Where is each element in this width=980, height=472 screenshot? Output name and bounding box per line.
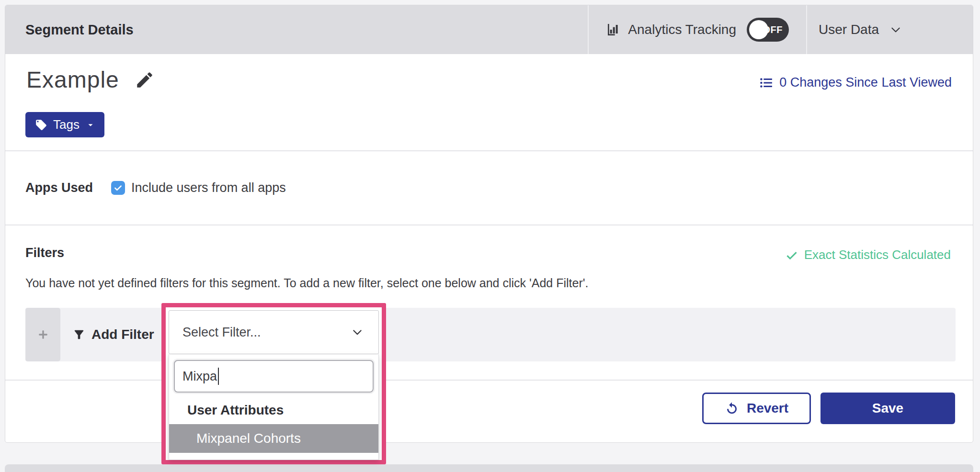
caret-down-icon (85, 120, 96, 130)
analytics-tracking-label: Analytics Tracking (628, 22, 736, 37)
save-button[interactable]: Save (820, 393, 955, 424)
filter-search-value: Mixpa (182, 369, 217, 384)
tags-button-label: Tags (53, 117, 80, 132)
plus-icon (37, 328, 49, 341)
add-filter-label: Add Filter (72, 308, 154, 361)
filter-search-input[interactable]: Mixpa (174, 360, 374, 393)
segment-name: Example (26, 67, 119, 93)
funnel-icon (72, 328, 86, 341)
dropdown-group-header: User Attributes (187, 403, 378, 418)
text-cursor (218, 368, 219, 385)
apps-used-section: Apps Used Include users from all apps (5, 150, 973, 225)
analytics-tracking-control: Analytics Tracking OFF (589, 5, 806, 54)
check-icon (785, 248, 798, 262)
changes-link-label: 0 Changes Since Last Viewed (779, 75, 952, 90)
changes-since-last-viewed-link[interactable]: 0 Changes Since Last Viewed (759, 75, 952, 90)
actions-section: Revert Save (5, 380, 973, 442)
exact-statistics-label: Exact Statistics Calculated (804, 247, 951, 262)
add-filter-plus-button[interactable] (25, 308, 60, 361)
select-filter-value: Select Filter... (182, 325, 261, 340)
include-all-apps-checkbox[interactable] (111, 181, 125, 195)
user-data-dropdown[interactable]: User Data (807, 5, 973, 54)
dropdown-option-mixpanel-cohorts[interactable]: Mixpanel Cohorts (169, 424, 378, 453)
toggle-knob (749, 20, 768, 39)
segment-details-page: Segment Details Analytics Tracking OFF (0, 0, 980, 472)
card-header: Segment Details Analytics Tracking OFF (5, 5, 973, 54)
include-all-apps-label: Include users from all apps (131, 180, 286, 195)
page-title: Segment Details (5, 5, 588, 54)
title-section: Example Tags (5, 54, 973, 150)
chevron-down-icon (889, 23, 902, 36)
exact-statistics-status: Exact Statistics Calculated (785, 247, 951, 262)
tag-icon (35, 119, 47, 131)
select-filter-dropdown[interactable]: Select Filter... (169, 310, 379, 354)
revert-button[interactable]: Revert (702, 393, 811, 424)
tags-button[interactable]: Tags (25, 112, 104, 137)
save-button-label: Save (872, 401, 903, 416)
revert-button-label: Revert (747, 401, 788, 416)
apps-used-label: Apps Used (25, 180, 93, 195)
chevron-down-icon (351, 326, 364, 339)
analytics-tracking-toggle[interactable]: OFF (747, 18, 789, 42)
filters-title: Filters (25, 246, 64, 260)
user-data-label: User Data (819, 22, 879, 37)
segment-details-card: Segment Details Analytics Tracking OFF (5, 5, 973, 443)
checkmark-icon (113, 183, 123, 193)
bottom-collapsed-panel (5, 464, 973, 472)
filters-description: You have not yet defined filters for thi… (25, 276, 589, 290)
filters-section: Filters Exact Statistics Calculated You … (5, 225, 973, 380)
bar-chart-icon (606, 22, 621, 37)
change-list-icon (759, 76, 774, 90)
filter-dropdown-panel: Mixpa User Attributes Mixpanel Cohorts (169, 354, 379, 460)
edit-name-pencil-icon[interactable] (135, 70, 155, 90)
add-filter-text: Add Filter (91, 327, 154, 342)
filter-dropdown-highlight-box: Select Filter... Mixpa User Attributes M… (161, 303, 386, 464)
segment-name-row: Example (26, 67, 155, 93)
undo-icon (725, 401, 739, 416)
